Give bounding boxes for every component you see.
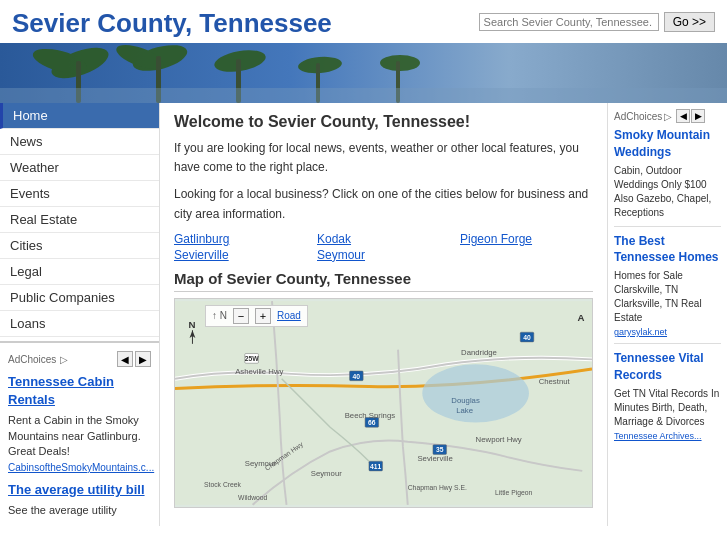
right-ad2-link[interactable]: garysylak.net xyxy=(614,327,721,337)
sidebar-ad: AdChoices ▷ ◀ ▶ Tennessee Cabin Rentals … xyxy=(0,341,159,526)
city-link-gatlinburg[interactable]: Gatlinburg xyxy=(174,232,307,246)
svg-text:Sevierville: Sevierville xyxy=(417,454,452,463)
sidebar-adchoices-label: AdChoices xyxy=(8,354,56,365)
svg-text:Wildwood: Wildwood xyxy=(238,494,268,501)
map-svg: 25W 40 40 66 35 411 Asheville Hwy Dandri… xyxy=(175,299,592,507)
right-ad1-title[interactable]: Smoky Mountain Weddings xyxy=(614,127,721,161)
sidebar-ad1-title[interactable]: Tennessee Cabin Rentals xyxy=(8,373,151,409)
right-ad2: The Best Tennessee Homes Homes for Sale … xyxy=(614,233,721,338)
right-ad3: Tennessee Vital Records Get TN Vital Rec… xyxy=(614,350,721,441)
svg-text:N: N xyxy=(189,319,196,330)
svg-text:A: A xyxy=(577,311,584,322)
right-adchoices-label: AdChoices xyxy=(614,111,662,122)
svg-text:411: 411 xyxy=(370,463,382,470)
svg-text:25W: 25W xyxy=(245,355,260,362)
content: Welcome to Sevier County, Tennessee! If … xyxy=(160,103,607,526)
svg-text:40: 40 xyxy=(353,373,361,380)
sidebar-item-weather[interactable]: Weather xyxy=(0,155,159,181)
svg-text:Seymour: Seymour xyxy=(311,468,342,477)
right-ad1-text: Cabin, Outdoor Weddings Only $100 Also G… xyxy=(614,164,721,220)
sidebar-item-cities[interactable]: Cities xyxy=(0,233,159,259)
right-ad-nav: ◀ ▶ xyxy=(676,109,705,123)
map-zoom-in[interactable]: + xyxy=(255,308,271,324)
map-container[interactable]: 25W 40 40 66 35 411 Asheville Hwy Dandri… xyxy=(174,298,593,508)
svg-point-15 xyxy=(422,364,529,422)
main-layout: Home News Weather Events Real Estate Cit… xyxy=(0,103,727,526)
svg-text:Lake: Lake xyxy=(456,405,473,414)
map-type-road[interactable]: Road xyxy=(277,310,301,321)
svg-rect-14 xyxy=(175,301,592,505)
right-ad-divider1 xyxy=(614,226,721,227)
banner xyxy=(0,43,727,103)
svg-text:Dandridge: Dandridge xyxy=(461,347,497,356)
map-heading: Map of Sevier County, Tennessee xyxy=(174,270,593,292)
sidebar-item-home[interactable]: Home xyxy=(0,103,159,129)
svg-text:Douglas: Douglas xyxy=(451,396,480,405)
sidebar-ad-nav: ◀ ▶ xyxy=(117,351,151,367)
city-link-seymour[interactable]: Seymour xyxy=(317,248,450,262)
sidebar: Home News Weather Events Real Estate Cit… xyxy=(0,103,160,526)
sidebar-ad1-text: Rent a Cabin in the Smoky Mountains near… xyxy=(8,413,151,459)
city-link-kodak[interactable]: Kodak xyxy=(317,232,450,246)
svg-text:Stock Creek: Stock Creek xyxy=(204,481,241,488)
right-ad3-link[interactable]: Tennessee Archives... xyxy=(614,431,721,441)
sidebar-item-real-estate[interactable]: Real Estate xyxy=(0,207,159,233)
svg-text:35: 35 xyxy=(436,446,444,453)
svg-text:66: 66 xyxy=(368,419,376,426)
sidebar-ad2-text: See the average utility xyxy=(8,503,151,518)
svg-text:Asheville Hwy: Asheville Hwy xyxy=(235,367,283,376)
cities-links: Gatlinburg Kodak Pigeon Forge Seviervill… xyxy=(174,232,593,262)
right-ad-choices-bar: AdChoices ▷ ◀ ▶ xyxy=(614,109,721,123)
search-label: Go >> xyxy=(479,12,715,32)
sidebar-item-events[interactable]: Events xyxy=(0,181,159,207)
site-title: Sevier County, Tennessee xyxy=(12,8,332,39)
search-area: Go >> xyxy=(479,12,715,32)
svg-text:Little Pigeon: Little Pigeon xyxy=(495,489,532,497)
svg-text:Newport Hwy: Newport Hwy xyxy=(476,435,522,444)
sidebar-item-news[interactable]: News xyxy=(0,129,159,155)
sidebar-ad-choices-bar: AdChoices ▷ ◀ ▶ xyxy=(8,351,151,367)
right-ad1: Smoky Mountain Weddings Cabin, Outdoor W… xyxy=(614,127,721,220)
welcome-heading: Welcome to Sevier County, Tennessee! xyxy=(174,113,593,131)
search-button[interactable]: Go >> xyxy=(664,12,715,32)
map-section: Map of Sevier County, Tennessee xyxy=(174,270,593,508)
right-adchoices-symbol: ▷ xyxy=(664,111,672,122)
map-zoom-out[interactable]: − xyxy=(233,308,249,324)
sidebar-ad-next[interactable]: ▶ xyxy=(135,351,151,367)
banner-trees xyxy=(0,43,727,103)
right-ad3-text: Get TN Vital Records In Minutes Birth, D… xyxy=(614,387,721,429)
svg-text:40: 40 xyxy=(523,334,531,341)
sidebar-ad2-title[interactable]: The average utility bill xyxy=(8,481,151,499)
search-input[interactable] xyxy=(479,13,659,31)
compass-icon: ↑ N xyxy=(212,310,227,321)
map-toolbar: ↑ N − + Road xyxy=(205,305,308,327)
sidebar-item-legal[interactable]: Legal xyxy=(0,259,159,285)
right-ad-prev[interactable]: ◀ xyxy=(676,109,690,123)
svg-text:Beech Springs: Beech Springs xyxy=(345,410,396,419)
sidebar-item-loans[interactable]: Loans xyxy=(0,311,159,337)
right-ad3-title[interactable]: Tennessee Vital Records xyxy=(614,350,721,384)
city-link-sevierville[interactable]: Sevierville xyxy=(174,248,307,262)
svg-text:Chapman Hwy S.E.: Chapman Hwy S.E. xyxy=(408,484,467,492)
right-ad-divider2 xyxy=(614,343,721,344)
right-ad2-title[interactable]: The Best Tennessee Homes xyxy=(614,233,721,267)
sidebar-ad1-link[interactable]: CabinsoftheSmokyMountains.c... xyxy=(8,462,151,473)
sidebar-item-public-companies[interactable]: Public Companies xyxy=(0,285,159,311)
city-link-pigeon-forge[interactable]: Pigeon Forge xyxy=(460,232,593,246)
sidebar-ad-prev[interactable]: ◀ xyxy=(117,351,133,367)
right-column: AdChoices ▷ ◀ ▶ Smoky Mountain Weddings … xyxy=(607,103,727,526)
intro2: Looking for a local business? Click on o… xyxy=(174,185,593,223)
right-ad2-text: Homes for Sale Clarskville, TN Clarksvil… xyxy=(614,269,721,325)
intro1: If you are looking for local news, event… xyxy=(174,139,593,177)
right-ad-next[interactable]: ▶ xyxy=(691,109,705,123)
header: Sevier County, Tennessee Go >> xyxy=(0,0,727,43)
svg-rect-13 xyxy=(0,88,727,103)
sidebar-adchoices-icon: ▷ xyxy=(60,354,68,365)
svg-text:Chestnut: Chestnut xyxy=(539,376,571,385)
